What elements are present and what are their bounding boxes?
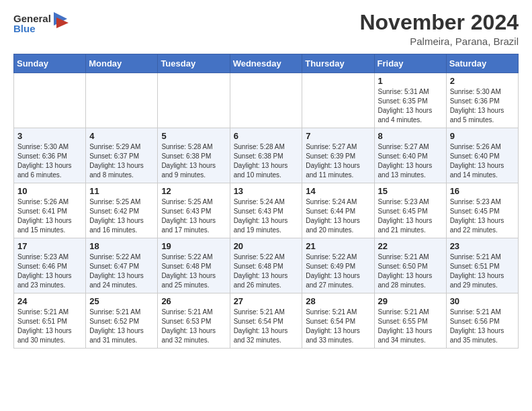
title-block: November 2024 Palmeira, Parana, Brazil: [359, 11, 519, 47]
day-info: Sunrise: 5:25 AM Sunset: 6:43 PM Dayligh…: [161, 197, 226, 235]
calendar-week-4: 17Sunrise: 5:23 AM Sunset: 6:46 PM Dayli…: [14, 238, 519, 293]
day-number: 26: [161, 296, 226, 306]
col-tuesday: Tuesday: [158, 54, 230, 73]
day-info: Sunrise: 5:30 AM Sunset: 6:36 PM Dayligh…: [450, 87, 515, 125]
calendar-cell-w4-d0: 17Sunrise: 5:23 AM Sunset: 6:46 PM Dayli…: [14, 238, 86, 293]
day-info: Sunrise: 5:23 AM Sunset: 6:45 PM Dayligh…: [450, 197, 515, 235]
day-info: Sunrise: 5:21 AM Sunset: 6:51 PM Dayligh…: [17, 308, 82, 345]
day-number: 3: [17, 131, 82, 141]
calendar-cell-w4-d5: 22Sunrise: 5:21 AM Sunset: 6:50 PM Dayli…: [374, 238, 446, 293]
day-info: Sunrise: 5:21 AM Sunset: 6:53 PM Dayligh…: [161, 308, 226, 345]
day-info: Sunrise: 5:29 AM Sunset: 6:37 PM Dayligh…: [89, 142, 154, 180]
calendar-week-2: 3Sunrise: 5:30 AM Sunset: 6:36 PM Daylig…: [14, 128, 519, 183]
calendar-cell-w5-d4: 28Sunrise: 5:21 AM Sunset: 6:54 PM Dayli…: [302, 293, 374, 349]
calendar-cell-w2-d0: 3Sunrise: 5:30 AM Sunset: 6:36 PM Daylig…: [14, 128, 86, 183]
calendar-cell-w3-d6: 16Sunrise: 5:23 AM Sunset: 6:45 PM Dayli…: [446, 183, 518, 238]
logo-general-text: General: [13, 13, 51, 24]
calendar-cell-w5-d3: 27Sunrise: 5:21 AM Sunset: 6:54 PM Dayli…: [230, 293, 302, 349]
calendar-cell-w2-d2: 5Sunrise: 5:28 AM Sunset: 6:38 PM Daylig…: [158, 128, 230, 183]
day-number: 30: [450, 296, 515, 306]
calendar-cell-w2-d1: 4Sunrise: 5:29 AM Sunset: 6:37 PM Daylig…: [86, 128, 158, 183]
calendar-cell-w2-d5: 8Sunrise: 5:27 AM Sunset: 6:40 PM Daylig…: [374, 128, 446, 183]
day-number: 2: [450, 76, 515, 86]
day-info: Sunrise: 5:22 AM Sunset: 6:49 PM Dayligh…: [306, 253, 370, 290]
calendar-cell-w3-d2: 12Sunrise: 5:25 AM Sunset: 6:43 PM Dayli…: [158, 183, 230, 238]
calendar-cell-w1-d4: [302, 73, 374, 128]
day-number: 16: [450, 186, 515, 196]
day-number: 9: [450, 131, 515, 141]
calendar-cell-w5-d5: 29Sunrise: 5:21 AM Sunset: 6:55 PM Dayli…: [374, 293, 446, 349]
day-number: 1: [378, 76, 443, 86]
day-info: Sunrise: 5:28 AM Sunset: 6:38 PM Dayligh…: [161, 142, 226, 180]
day-number: 29: [378, 296, 443, 306]
day-number: 5: [161, 131, 226, 141]
calendar-cell-w1-d2: [158, 73, 230, 128]
day-info: Sunrise: 5:27 AM Sunset: 6:39 PM Dayligh…: [306, 142, 370, 180]
day-info: Sunrise: 5:21 AM Sunset: 6:51 PM Dayligh…: [450, 253, 515, 290]
day-number: 4: [89, 131, 154, 141]
col-wednesday: Wednesday: [230, 54, 302, 73]
calendar-table: Sunday Monday Tuesday Wednesday Thursday…: [13, 54, 519, 349]
location: Palmeira, Parana, Brazil: [359, 36, 519, 47]
calendar-header-row: Sunday Monday Tuesday Wednesday Thursday…: [14, 54, 519, 73]
day-info: Sunrise: 5:26 AM Sunset: 6:41 PM Dayligh…: [17, 197, 82, 235]
day-info: Sunrise: 5:21 AM Sunset: 6:55 PM Dayligh…: [378, 308, 443, 345]
day-number: 18: [89, 241, 154, 251]
day-info: Sunrise: 5:24 AM Sunset: 6:44 PM Dayligh…: [306, 197, 370, 235]
calendar-cell-w1-d0: [14, 73, 86, 128]
day-info: Sunrise: 5:28 AM Sunset: 6:38 PM Dayligh…: [234, 142, 299, 180]
calendar-cell-w4-d4: 21Sunrise: 5:22 AM Sunset: 6:49 PM Dayli…: [302, 238, 374, 293]
calendar-cell-w4-d2: 19Sunrise: 5:22 AM Sunset: 6:48 PM Dayli…: [158, 238, 230, 293]
calendar-cell-w2-d3: 6Sunrise: 5:28 AM Sunset: 6:38 PM Daylig…: [230, 128, 302, 183]
day-number: 14: [306, 186, 370, 196]
day-info: Sunrise: 5:22 AM Sunset: 6:48 PM Dayligh…: [234, 253, 299, 290]
day-info: Sunrise: 5:25 AM Sunset: 6:42 PM Dayligh…: [89, 197, 154, 235]
day-info: Sunrise: 5:23 AM Sunset: 6:45 PM Dayligh…: [378, 197, 443, 235]
day-info: Sunrise: 5:26 AM Sunset: 6:40 PM Dayligh…: [450, 142, 515, 180]
header: General Blue November 2024 Palmeira, Par…: [13, 11, 519, 47]
day-info: Sunrise: 5:21 AM Sunset: 6:54 PM Dayligh…: [234, 308, 299, 345]
day-number: 20: [234, 241, 299, 251]
day-number: 17: [17, 241, 82, 251]
logo-letters: General Blue: [13, 13, 51, 34]
calendar-cell-w3-d0: 10Sunrise: 5:26 AM Sunset: 6:41 PM Dayli…: [14, 183, 86, 238]
day-number: 10: [17, 186, 82, 196]
day-info: Sunrise: 5:22 AM Sunset: 6:48 PM Dayligh…: [161, 253, 226, 290]
day-number: 21: [306, 241, 370, 251]
calendar-cell-w3-d3: 13Sunrise: 5:24 AM Sunset: 6:43 PM Dayli…: [230, 183, 302, 238]
day-number: 28: [306, 296, 370, 306]
day-info: Sunrise: 5:30 AM Sunset: 6:36 PM Dayligh…: [17, 142, 82, 180]
calendar-cell-w4-d6: 23Sunrise: 5:21 AM Sunset: 6:51 PM Dayli…: [446, 238, 518, 293]
calendar-cell-w5-d2: 26Sunrise: 5:21 AM Sunset: 6:53 PM Dayli…: [158, 293, 230, 349]
calendar-week-1: 1Sunrise: 5:31 AM Sunset: 6:35 PM Daylig…: [14, 73, 519, 128]
calendar-cell-w5-d6: 30Sunrise: 5:21 AM Sunset: 6:56 PM Dayli…: [446, 293, 518, 349]
logo-flag-icon: [54, 12, 73, 36]
col-saturday: Saturday: [446, 54, 518, 73]
calendar-cell-w3-d1: 11Sunrise: 5:25 AM Sunset: 6:42 PM Dayli…: [86, 183, 158, 238]
col-friday: Friday: [374, 54, 446, 73]
calendar-cell-w3-d5: 15Sunrise: 5:23 AM Sunset: 6:45 PM Dayli…: [374, 183, 446, 238]
calendar-week-5: 24Sunrise: 5:21 AM Sunset: 6:51 PM Dayli…: [14, 293, 519, 349]
day-info: Sunrise: 5:27 AM Sunset: 6:40 PM Dayligh…: [378, 142, 443, 180]
day-number: 25: [89, 296, 154, 306]
day-number: 19: [161, 241, 226, 251]
day-number: 11: [89, 186, 154, 196]
day-number: 23: [450, 241, 515, 251]
day-info: Sunrise: 5:21 AM Sunset: 6:54 PM Dayligh…: [306, 308, 370, 345]
calendar-cell-w1-d3: [230, 73, 302, 128]
calendar-cell-w1-d6: 2Sunrise: 5:30 AM Sunset: 6:36 PM Daylig…: [446, 73, 518, 128]
day-number: 22: [378, 241, 443, 251]
calendar-cell-w4-d3: 20Sunrise: 5:22 AM Sunset: 6:48 PM Dayli…: [230, 238, 302, 293]
day-info: Sunrise: 5:24 AM Sunset: 6:43 PM Dayligh…: [234, 197, 299, 235]
day-info: Sunrise: 5:23 AM Sunset: 6:46 PM Dayligh…: [17, 253, 82, 290]
day-number: 7: [306, 131, 370, 141]
calendar-cell-w1-d5: 1Sunrise: 5:31 AM Sunset: 6:35 PM Daylig…: [374, 73, 446, 128]
calendar-cell-w2-d4: 7Sunrise: 5:27 AM Sunset: 6:39 PM Daylig…: [302, 128, 374, 183]
day-number: 8: [378, 131, 443, 141]
calendar-cell-w1-d1: [86, 73, 158, 128]
calendar-cell-w5-d0: 24Sunrise: 5:21 AM Sunset: 6:51 PM Dayli…: [14, 293, 86, 349]
calendar-week-3: 10Sunrise: 5:26 AM Sunset: 6:41 PM Dayli…: [14, 183, 519, 238]
col-monday: Monday: [86, 54, 158, 73]
calendar-cell-w2-d6: 9Sunrise: 5:26 AM Sunset: 6:40 PM Daylig…: [446, 128, 518, 183]
day-info: Sunrise: 5:21 AM Sunset: 6:50 PM Dayligh…: [378, 253, 443, 290]
